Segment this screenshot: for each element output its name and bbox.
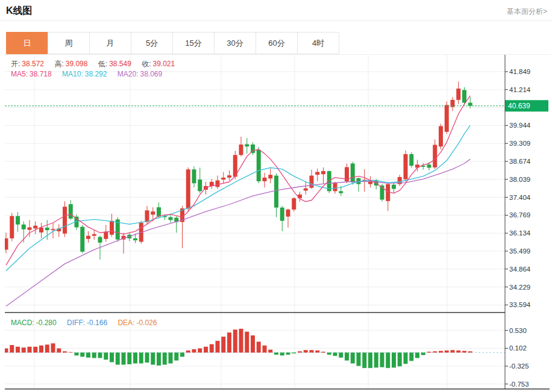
diff-value: -0.166 — [87, 319, 107, 327]
tab-5分[interactable]: 5分 — [131, 32, 173, 54]
svg-text:39.944: 39.944 — [509, 122, 531, 129]
svg-text:33.594: 33.594 — [509, 301, 531, 308]
ma10-value: 38.292 — [85, 70, 107, 78]
close-value: 39.021 — [153, 60, 175, 68]
dea-value: -0.026 — [136, 319, 157, 327]
diff-label: DIFF: — [67, 319, 85, 327]
tab-15分[interactable]: 15分 — [172, 32, 215, 54]
svg-text:41.849: 41.849 — [509, 68, 530, 75]
ma10-label: MA10: — [62, 70, 83, 78]
ma5-label: MA5: — [11, 70, 28, 78]
tab-60分[interactable]: 60分 — [256, 32, 298, 54]
open-label: 开: — [11, 60, 20, 68]
macd-value: -0.280 — [36, 319, 57, 327]
open-value: 38.572 — [22, 60, 44, 68]
page-title: K线图 — [6, 5, 33, 17]
tab-周[interactable]: 周 — [48, 32, 90, 54]
svg-text:36.769: 36.769 — [509, 211, 530, 219]
macd-label: MACD: — [11, 319, 34, 327]
svg-text:38.674: 38.674 — [509, 158, 531, 165]
high-label: 高: — [54, 60, 63, 68]
tab-月[interactable]: 月 — [89, 32, 131, 54]
svg-text:37.404: 37.404 — [509, 194, 531, 201]
svg-text:-0.325: -0.325 — [509, 362, 529, 370]
svg-text:35.499: 35.499 — [509, 247, 530, 255]
low-value: 38.549 — [109, 60, 131, 68]
fundamental-analysis-link[interactable]: 基本面分析> — [507, 7, 547, 17]
svg-text:40.639: 40.639 — [508, 102, 530, 110]
svg-text:36.134: 36.134 — [509, 229, 531, 237]
macd-readout: MACD:-0.280 DIFF:-0.166 DEA:-0.026 — [11, 319, 158, 327]
svg-text:41.214: 41.214 — [509, 86, 531, 93]
svg-text:-0.753: -0.753 — [509, 381, 529, 388]
ma20-label: MA20: — [118, 70, 139, 78]
svg-text:0.530: 0.530 — [509, 327, 527, 334]
period-tabbar: 日周月5分15分30分60分4时 — [6, 32, 339, 54]
tab-日[interactable]: 日 — [6, 32, 48, 54]
dea-label: DEA: — [118, 319, 134, 327]
ma5-value: 38.718 — [30, 70, 52, 78]
ma-readout: MA5:38.718 MA10:38.292 MA20:38.069 — [11, 70, 164, 78]
ma20-value: 38.069 — [140, 70, 162, 78]
widget-header: K线图 基本面分析> — [0, 0, 552, 21]
tab-30分[interactable]: 30分 — [214, 32, 256, 54]
ohlc-readout: 开:38.572 高:39.098 低:38.549 收:39.021 — [11, 59, 177, 69]
svg-text:34.864: 34.864 — [509, 266, 531, 273]
svg-text:38.039: 38.039 — [509, 176, 530, 183]
close-label: 收: — [142, 60, 151, 68]
kline-page: { "header": { "title": "K线图", "link": "基… — [0, 0, 552, 392]
tab-4时[interactable]: 4时 — [297, 32, 339, 54]
svg-text:0.102: 0.102 — [509, 344, 527, 352]
low-label: 低: — [98, 60, 107, 68]
svg-text:34.229: 34.229 — [509, 284, 530, 291]
chart-area: 40.63941.84941.21439.94439.30938.67438.0… — [5, 54, 551, 391]
high-value: 39.098 — [66, 60, 88, 68]
kline-chart-canvas[interactable]: 40.63941.84941.21439.94439.30938.67438.0… — [5, 55, 551, 391]
svg-text:39.309: 39.309 — [509, 140, 530, 147]
